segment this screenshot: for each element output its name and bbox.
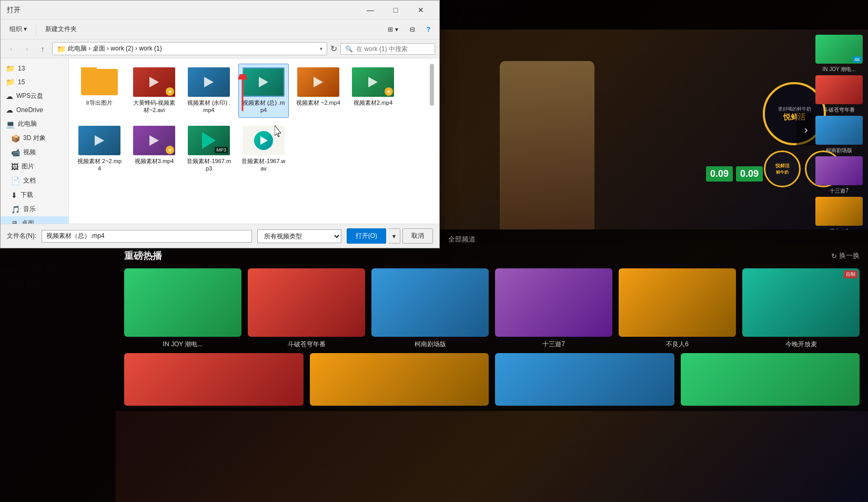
card-13-img xyxy=(495,268,612,337)
sidebar-item-pics2[interactable]: 🖼 图片 xyxy=(1,159,68,174)
sidebar-item-thispc[interactable]: 💻 此电脑 xyxy=(1,117,68,131)
organize-btn[interactable]: 组织 ▾ xyxy=(5,23,32,36)
files-scrollbar[interactable] xyxy=(430,64,434,218)
file-v2[interactable]: 视频素材 ~2.mp4 xyxy=(293,64,344,118)
file-total[interactable]: 视频素材 (总) .mp4 xyxy=(238,64,289,118)
file-v4[interactable]: 视频素材 2~2.mp4 xyxy=(74,122,125,176)
file-watermark[interactable]: 视频素材 (水印) .mp4 xyxy=(184,64,234,118)
addr-search-box: 🔍 xyxy=(340,43,435,55)
sidebar-item-video2[interactable]: 📹 视频 xyxy=(1,145,68,159)
thumb-bad[interactable]: 不良人6 xyxy=(815,197,863,229)
view-toggle-btn[interactable]: ⊞ ▾ xyxy=(383,24,403,35)
lr-folder-name: lr导出图片 xyxy=(86,99,113,106)
addr-folder-icon: 📁 xyxy=(57,45,66,53)
dialog-maximize-btn[interactable]: □ xyxy=(383,3,408,17)
footer-buttons: 打开(O) ▾ 取消 xyxy=(347,228,433,244)
sidebar-item-13[interactable]: 📁 13 xyxy=(1,62,68,75)
carousel-next-btn[interactable]: › xyxy=(796,114,815,145)
new-folder-btn[interactable]: 新建文件夹 xyxy=(41,23,82,36)
v5-name: 视频素材3.mp4 xyxy=(135,157,174,165)
addr-search-input[interactable] xyxy=(356,45,425,53)
card-13[interactable]: 十三遊7 xyxy=(495,268,612,349)
mp3-thumb: MP3 xyxy=(188,126,230,155)
addr-up-btn[interactable]: ↑ xyxy=(36,43,49,55)
total-play-icon xyxy=(259,77,268,87)
filename-input[interactable] xyxy=(42,230,252,243)
addr-forward-btn[interactable]: › xyxy=(21,43,33,55)
card-conan[interactable]: 柯南剧场版 xyxy=(371,268,489,349)
open-dropdown-btn[interactable]: ▾ xyxy=(388,228,400,244)
dahb-thumb: ★ xyxy=(133,67,175,97)
card-injoy[interactable]: IN JOY 潮电... xyxy=(124,268,241,349)
sidebar-item-music2[interactable]: 🎵 音乐 xyxy=(1,202,68,216)
hot-section-title: 重磅热播 xyxy=(124,249,162,262)
dialog-close-btn[interactable]: ✕ xyxy=(409,3,433,17)
dialog-minimize-btn[interactable]: — xyxy=(358,3,382,17)
view-icon: ⊞ xyxy=(388,26,393,33)
refresh-btn[interactable]: ↻ 换一换 xyxy=(831,251,860,260)
cancel-btn[interactable]: 取消 xyxy=(402,228,433,244)
addr-refresh-btn[interactable]: ↻ xyxy=(330,44,337,54)
nav-all-channels[interactable]: 全部频道 xyxy=(448,235,476,244)
v2-play-overlay xyxy=(297,67,339,97)
watermark-thumb xyxy=(188,67,230,97)
v2-thumb xyxy=(297,67,339,97)
card-2-1[interactable] xyxy=(124,353,304,406)
thumb-doupo[interactable]: 斗破苍穹年番 xyxy=(815,75,863,114)
watermark-play-overlay xyxy=(188,67,230,97)
v5-thumb: ★ xyxy=(133,126,175,155)
file-v3[interactable]: ★ 视频素材2.mp4 xyxy=(348,64,398,118)
file-dahb[interactable]: ★ 大黄蜂码-视频素材~2.avi xyxy=(129,64,179,118)
watermark-name: 视频素材 (水印) .mp4 xyxy=(186,99,231,114)
scrollbar-thumb xyxy=(430,64,434,106)
dialog-titlebar: 打开 — □ ✕ xyxy=(1,1,439,19)
sidebar-item-wps[interactable]: ☁ WPS云盘 xyxy=(1,89,68,103)
card-bad[interactable]: 不良人6 xyxy=(619,268,736,349)
card-2-2[interactable] xyxy=(310,353,489,406)
open-btn[interactable]: 打开(O) xyxy=(347,228,386,244)
card-2-3-img xyxy=(495,353,674,406)
dialog-toolbar: 组织 ▾ 新建文件夹 ⊞ ▾ ⊟ ? xyxy=(1,19,439,39)
thumb-bad-img xyxy=(815,197,863,226)
addr-back-btn[interactable]: ‹ xyxy=(5,43,17,55)
thispc-icon: 💻 xyxy=(6,120,15,128)
total-thumb xyxy=(243,67,285,97)
onedrive-icon: ☁ xyxy=(6,106,13,114)
card-2-3[interactable] xyxy=(495,353,674,406)
sidebar-item-dl2[interactable]: ⬇ 下载 xyxy=(1,188,68,202)
wav-thumb xyxy=(243,126,285,155)
thumb-13[interactable]: 十三遊7 xyxy=(815,156,863,195)
thumb-injoy[interactable]: 4K IN JOY 潮电... xyxy=(815,35,863,73)
details-view-btn[interactable]: ⊟ xyxy=(405,24,420,35)
file-mp3[interactable]: MP3 音频素材-1967.mp3 xyxy=(184,122,234,176)
thumb-conan-img xyxy=(815,116,863,145)
sidebar-item-3d[interactable]: 📦 3D 对象 xyxy=(1,131,68,145)
timer-overlay: 0.09 0.09 xyxy=(706,166,763,182)
dialog-win-buttons: — □ ✕ xyxy=(358,3,433,17)
file-wav[interactable]: 音频素材-1967.wav xyxy=(238,122,289,176)
filetype-select[interactable]: 所有视频类型 xyxy=(257,229,341,243)
sidebar-item-onedrive[interactable]: ☁ OneDrive xyxy=(1,103,68,117)
dialog-files-area: lr导出图片 ★ 大黄蜂码-视频素材~2.avi xyxy=(69,58,439,224)
hot-section-header: 重磅热播 ↻ 换一换 xyxy=(124,249,860,262)
address-path[interactable]: 📁 此电脑 › 桌面 › work (2) › work (1) ▾ xyxy=(52,42,327,55)
sidebar-item-15[interactable]: 📁 15 xyxy=(1,75,68,89)
3d-icon: 📦 xyxy=(11,134,20,143)
card-tonight[interactable]: 自制 今晚开放麦 xyxy=(742,268,860,349)
card-conan-img xyxy=(371,268,489,337)
card-doupo[interactable]: 斗破苍穹年番 xyxy=(248,268,365,349)
search-icon: 🔍 xyxy=(345,45,353,53)
brand-circle-1: 悦鲜活 鲜牛奶 xyxy=(764,150,801,187)
sidebar-item-docs2[interactable]: 📄 文档 xyxy=(1,174,68,188)
card-2-4[interactable] xyxy=(681,353,860,406)
sidebar-item-desktop2[interactable]: 🖥 桌面 xyxy=(1,216,68,224)
total-name: 视频素材 (总) .mp4 xyxy=(241,99,286,114)
file-v5[interactable]: ★ 视频素材3.mp4 xyxy=(129,122,179,176)
v5-badge: ★ xyxy=(166,146,174,154)
docs2-icon: 📄 xyxy=(11,177,20,185)
mp3-name: 音频素材-1967.mp3 xyxy=(186,157,231,173)
dialog-body: 📁 13 📁 15 ☁ WPS云盘 ☁ OneDrive 💻 此电脑 xyxy=(1,58,439,224)
thumb-conan[interactable]: 柯南剧场版 xyxy=(815,116,863,154)
help-btn[interactable]: ? xyxy=(422,24,435,35)
file-lr-folder[interactable]: lr导出图片 xyxy=(74,64,125,118)
